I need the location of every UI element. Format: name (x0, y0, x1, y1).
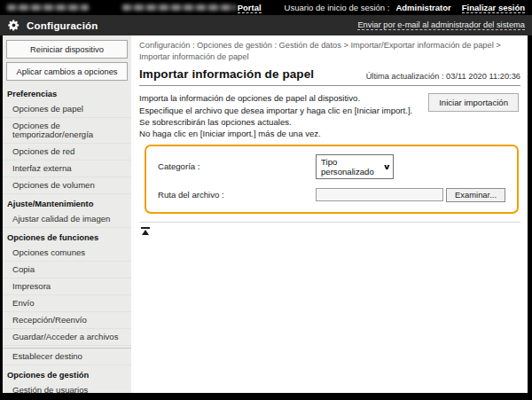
category-select[interactable]: Tipo personalizado ∨ (316, 154, 394, 179)
description-line: Importa la información de opciones de pa… (139, 92, 432, 104)
import-form-box: Categoría : Tipo personalizado ∨ Ruta de… (145, 145, 519, 214)
description-line: No haga clic en [Iniciar import.] más de… (139, 128, 432, 139)
category-select-value: Tipo personalizado (321, 157, 381, 176)
page-section-title: Configuración (27, 20, 98, 31)
settings-header-bar: Configuración Enviar por e-mail al admin… (0, 15, 532, 35)
sidebar-item-store-access-files[interactable]: Guardar/Acceder a archivos (3, 329, 131, 346)
mail-admin-link[interactable]: Enviar por e-mail al administrador del s… (357, 20, 525, 30)
sidebar-item-paper-settings[interactable]: Opciones de papel (3, 101, 131, 118)
settings-sidebar: Reiniciar dispositivo Aplicar cambios a … (3, 35, 131, 393)
chevron-down-icon: ∨ (383, 162, 392, 171)
logout-link[interactable]: Finalizar sesión (462, 3, 525, 13)
sidebar-header-preferences: Preferencias (3, 84, 131, 101)
sidebar-header-management-settings: Opciones de gestión (3, 365, 131, 382)
content-divider (139, 222, 520, 223)
sidebar-item-send[interactable]: Envío (3, 295, 131, 312)
sidebar-item-copy[interactable]: Copia (3, 262, 131, 278)
page-title: Importar información de papel (139, 67, 314, 81)
browse-button[interactable]: Examinar... (446, 188, 505, 202)
sidebar-item-timer-energy[interactable]: Opciones de temporizador/energía (3, 118, 131, 144)
description-line: Se sobrescribirán las opciones actuales. (139, 116, 432, 128)
redacted-device-name (7, 4, 89, 11)
category-label: Categoría : (158, 161, 316, 171)
login-user-name: Administrator (395, 3, 450, 12)
portal-link[interactable]: Portal (238, 3, 262, 13)
last-update-timestamp: Última actualización : 03/11 2020 11:20:… (366, 72, 520, 81)
remote-ui-window: Portal Usuario de inicio de sesión : Adm… (0, 0, 532, 400)
file-path-label: Ruta del archivo : (158, 190, 316, 200)
file-path-input[interactable] (316, 188, 443, 201)
restart-device-button[interactable]: Reiniciar dispositivo (6, 40, 128, 59)
sidebar-item-receive-forward[interactable]: Recepción/Reenvío (3, 312, 131, 329)
sidebar-item-common-settings[interactable]: Opciones comunes (3, 245, 131, 262)
main-content: Configuración : Opciones de gestión : Ge… (131, 35, 528, 393)
sidebar-item-volume[interactable]: Opciones de volumen (3, 177, 131, 194)
gear-icon (7, 19, 20, 32)
sidebar-header-function-settings: Opciones de funciones (3, 228, 131, 245)
sidebar-header-adjustment-maintenance: Ajuste/Mantenimiento (3, 194, 131, 211)
sidebar-item-printer[interactable]: Impresora (3, 278, 131, 295)
login-user-label: Usuario de inicio de sesión : (285, 3, 390, 12)
redacted-device-model (122, 4, 236, 11)
sidebar-item-image-quality[interactable]: Ajustar calidad de imagen (3, 211, 131, 228)
top-bar: Portal Usuario de inicio de sesión : Adm… (0, 0, 532, 15)
sidebar-item-network[interactable]: Opciones de red (3, 144, 131, 161)
apply-settings-button[interactable]: Aplicar cambios a opciones (6, 62, 128, 81)
breadcrumb: Configuración : Opciones de gestión : Ge… (139, 40, 520, 62)
description-line: Especifique el archivo que desea importa… (139, 105, 432, 116)
scroll-to-top-icon[interactable] (141, 227, 150, 235)
import-description: Importa la información de opciones de pa… (139, 92, 432, 140)
sidebar-item-external-interface[interactable]: Interfaz externa (3, 161, 131, 177)
sidebar-item-user-management[interactable]: Gestión de usuarios (3, 382, 131, 393)
start-import-button[interactable]: Iniciar importación (428, 93, 519, 112)
sidebar-item-set-destination[interactable]: Establecer destino (3, 349, 131, 365)
